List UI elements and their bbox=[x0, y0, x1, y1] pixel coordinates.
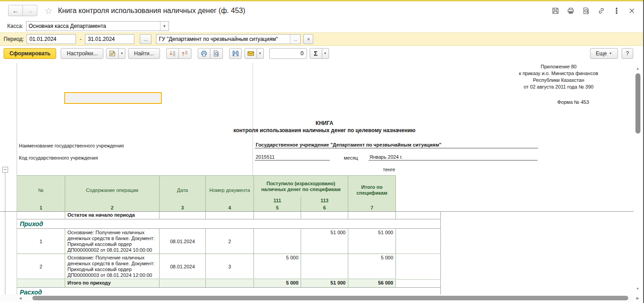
org-code-value: 2015511 bbox=[255, 154, 330, 160]
mail-split-button: ▼ bbox=[244, 48, 264, 59]
table-row: 2 Основание: Получение наличных денежных… bbox=[17, 254, 396, 279]
form-number: Форма № 453 bbox=[557, 99, 589, 105]
report-variants-icon[interactable] bbox=[106, 48, 119, 59]
income-total-label: Итого по приходу bbox=[65, 280, 160, 287]
find-button[interactable]: Найти... bbox=[128, 48, 160, 59]
generate-button[interactable]: Сформировать bbox=[4, 48, 56, 59]
cell-empty bbox=[17, 212, 65, 219]
row-doc-number: 2 bbox=[206, 229, 254, 254]
sheet-row-line bbox=[396, 279, 440, 280]
period-separator: - bbox=[80, 36, 81, 42]
table-row: 1 Основание: Получение наличных денежных… bbox=[17, 229, 396, 254]
report-toolbar: Сформировать Настройки... ▼ Найти... ▼ bbox=[0, 46, 644, 61]
navigation-buttons: ← → bbox=[8, 5, 37, 16]
sum-split-button: Σ ▼ bbox=[310, 48, 329, 59]
org-code-label: Код государственного учреждения bbox=[19, 155, 98, 160]
scroll-down-arrow[interactable]: ▼ bbox=[636, 287, 640, 291]
collapse-group-button[interactable]: − bbox=[2, 167, 8, 173]
period-picker-button[interactable]: ... bbox=[140, 34, 151, 44]
counter-field bbox=[269, 48, 307, 59]
sum-dropdown[interactable]: ▼ bbox=[322, 48, 329, 59]
sum-icon[interactable]: Σ bbox=[310, 48, 322, 59]
income-total-row: Итого по приходу 5 000 51 000 56 000 bbox=[17, 280, 396, 287]
forward-button[interactable]: → bbox=[23, 5, 37, 16]
cell-empty bbox=[301, 212, 348, 219]
horizontal-scrollbar[interactable]: ◀ bbox=[0, 294, 634, 302]
row-content: Основание: Получение наличных денежных с… bbox=[65, 254, 160, 279]
collapse-groups-icon[interactable] bbox=[179, 48, 191, 59]
col-header-specs-group: Поступило (израсходовано) наличных денег… bbox=[254, 176, 348, 205]
index-cell: 7 bbox=[348, 205, 396, 211]
mail-icon[interactable] bbox=[244, 48, 257, 59]
close-icon[interactable] bbox=[628, 7, 636, 15]
report-title-line2: контроля использования наличных денег по… bbox=[17, 127, 632, 134]
link-icon[interactable] bbox=[597, 7, 605, 15]
appendix-line: Приложение 80 bbox=[492, 63, 625, 70]
month-value: Январь 2024 г. bbox=[369, 154, 537, 160]
horizontal-scroll-thumb[interactable] bbox=[32, 296, 628, 300]
month-label: месяц bbox=[344, 155, 358, 160]
expand-groups-icon[interactable] bbox=[166, 48, 179, 59]
col-header-spec-codes: 111 113 bbox=[254, 197, 348, 205]
report-variants-split-button: ▼ bbox=[106, 48, 125, 59]
print-icon[interactable] bbox=[198, 48, 210, 59]
preview-icon[interactable] bbox=[582, 7, 590, 15]
opening-balance-row: Остаток на начало периода bbox=[17, 212, 396, 219]
counterparty-choose-button[interactable]: ... bbox=[290, 35, 300, 44]
report-variants-dropdown[interactable]: ▼ bbox=[119, 48, 125, 59]
counter-input[interactable] bbox=[270, 49, 306, 58]
col-header-111: 111 bbox=[254, 197, 301, 205]
save-result-icon[interactable] bbox=[229, 48, 242, 59]
cell-empty bbox=[254, 212, 301, 219]
org-name-value: Государственное учреждение "Департамент … bbox=[255, 142, 538, 148]
col-header-date: Дата bbox=[160, 176, 206, 205]
col-header-113: 113 bbox=[301, 197, 348, 205]
scroll-up-arrow[interactable]: ▲ bbox=[636, 67, 640, 71]
more-actions-button[interactable]: Еще ▼ bbox=[590, 48, 618, 59]
more-icon[interactable] bbox=[613, 7, 621, 15]
print-buttons bbox=[198, 48, 223, 59]
col-header-content: Содержание операции bbox=[65, 176, 160, 205]
kassa-dropdown-button[interactable]: ▼ bbox=[160, 22, 169, 31]
title-bar: ← → ☆ Книга контроля использования налич… bbox=[0, 1, 644, 20]
scroll-right-arrow[interactable]: ▶ bbox=[636, 296, 639, 300]
appendix-line: Республики Казахстан bbox=[492, 77, 625, 84]
row-total: 5 000 bbox=[348, 254, 396, 279]
save-icon[interactable] bbox=[551, 7, 560, 15]
favorite-star-icon[interactable]: ☆ bbox=[44, 6, 53, 15]
table-header-row: № Содержание операции Дата Номер докумен… bbox=[17, 175, 396, 205]
counterparty-input[interactable] bbox=[156, 35, 290, 44]
settings-button[interactable]: Настройки... bbox=[61, 48, 103, 59]
opening-balance-label: Остаток на начало периода bbox=[65, 212, 160, 219]
scroll-left-arrow[interactable]: ◀ bbox=[19, 296, 22, 300]
more-actions-label: Еще bbox=[596, 50, 607, 57]
report-sheet: − Приложение 80 к приказу и.о. Министра … bbox=[0, 60, 644, 303]
selected-cell[interactable] bbox=[64, 92, 162, 104]
kassa-input[interactable] bbox=[27, 22, 160, 31]
mail-dropdown[interactable]: ▼ bbox=[257, 48, 264, 59]
index-cell: 6 bbox=[301, 205, 348, 211]
cell-empty bbox=[348, 212, 396, 219]
cell-empty bbox=[160, 280, 206, 287]
print-preview-icon[interactable] bbox=[210, 48, 223, 59]
col-header-specs: Поступило (израсходовано) наличных денег… bbox=[254, 176, 348, 197]
counterparty-field: ... bbox=[156, 34, 301, 44]
row-total: 51 000 bbox=[348, 229, 396, 254]
row-date: 08.01.2024 bbox=[160, 229, 206, 254]
row-spec111 bbox=[254, 229, 301, 254]
appendix-note: Приложение 80 к приказу и.о. Министра фи… bbox=[492, 63, 625, 90]
period-from-field bbox=[27, 34, 76, 44]
print-icon[interactable] bbox=[567, 7, 575, 15]
help-button[interactable]: ? bbox=[622, 48, 633, 59]
section-income: Приход bbox=[17, 219, 440, 228]
kassa-field: ▼ bbox=[26, 21, 169, 31]
back-button[interactable]: ← bbox=[8, 5, 23, 16]
cell-empty bbox=[17, 280, 65, 287]
row-date: 08.01.2024 bbox=[160, 254, 206, 279]
index-cell: 4 bbox=[206, 205, 254, 211]
vertical-scroll-thumb[interactable] bbox=[635, 73, 640, 134]
vertical-scrollbar[interactable]: ▲ ▼ bbox=[635, 63, 641, 292]
row-spec111: 5 000 bbox=[254, 254, 301, 279]
row-spec113: 51 000 bbox=[301, 229, 348, 254]
counterparty-clear-button[interactable]: × bbox=[303, 34, 313, 44]
